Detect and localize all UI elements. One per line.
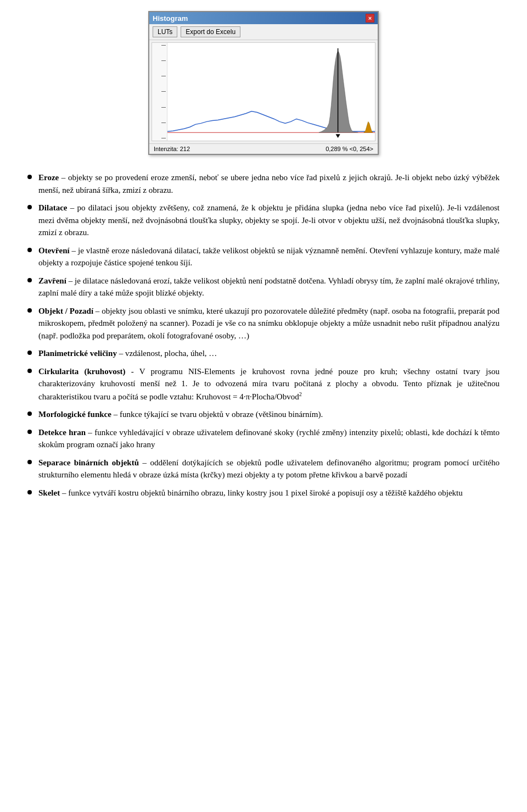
bullet-dot [27, 175, 32, 179]
list-item: Eroze – objekty se po provedení eroze zm… [27, 171, 500, 196]
export-button[interactable]: Export do Excelu [181, 26, 240, 37]
histogram-intensity: Intenzita: 212 [154, 146, 190, 152]
yaxis-tick [161, 60, 166, 61]
term-morfologicke: Morfologické funkce [38, 410, 111, 419]
term-dilatace: Dilatace [38, 203, 67, 212]
bullet-dot [27, 278, 32, 282]
yaxis-tick [161, 91, 166, 92]
bullet-text: Otevření – je vlastně eroze následovaná … [38, 244, 500, 269]
term-separace: Separace binárních objektů [38, 458, 139, 467]
list-item: Otevření – je vlastně eroze následovaná … [27, 244, 500, 269]
histogram-status: Intenzita: 212 0,289 % <0, 254> [149, 143, 378, 154]
term-zavreni: Zavření [38, 276, 66, 285]
list-item: Zavření – je dilatace následovaná erozí,… [27, 275, 500, 299]
list-item: Cirkularita (kruhovost) - V programu NIS… [27, 365, 500, 403]
bullet-dot [27, 205, 32, 209]
term-planimetrické: Planimetrické veličiny [38, 349, 117, 358]
bullet-text: Morfologické funkce – funkce týkající se… [38, 408, 500, 421]
bullet-dot [27, 351, 32, 355]
yaxis-tick [161, 76, 166, 76]
histogram-window: Histogram × LUTs Export do Excelu [148, 11, 379, 155]
histogram-yaxis [152, 43, 167, 141]
yaxis-tick [161, 45, 166, 46]
yaxis-tick [161, 123, 166, 123]
list-item: Dilatace – po dilataci jsou objekty zvět… [27, 202, 500, 239]
histogram-toolbar: LUTs Export do Excelu [149, 24, 378, 40]
bullet-text: Zavření – je dilatace následovaná erozí,… [38, 275, 500, 299]
list-item: Objekt / Pozadí – objekty jsou oblasti v… [27, 305, 500, 342]
histogram-titlebar: Histogram × [149, 12, 378, 24]
histogram-title: Histogram [153, 14, 188, 23]
bullet-dot [27, 369, 32, 373]
list-item: Detekce hran – funkce vyhledávající v ob… [27, 426, 500, 451]
list-item: Separace binárních objektů – oddělení do… [27, 457, 500, 481]
bullet-text: Eroze – objekty se po provedení eroze zm… [38, 171, 500, 196]
bullet-list: Eroze – objekty se po provedení eroze zm… [27, 171, 500, 499]
bullet-dot [27, 308, 32, 313]
term-skelet: Skelet [38, 488, 60, 497]
bullet-text: Separace binárních objektů – oddělení do… [38, 457, 500, 481]
yaxis-tick [161, 107, 166, 108]
content-area: Eroze – objekty se po provedení eroze zm… [22, 171, 505, 499]
yaxis-tick [161, 138, 166, 138]
list-item: Planimetrické veličiny – vzdálenost, plo… [27, 347, 500, 360]
histogram-chart-content [167, 43, 375, 141]
bullet-text: Cirkularita (kruhovost) - V programu NIS… [38, 365, 500, 403]
list-item: Morfologické funkce – funkce týkající se… [27, 408, 500, 421]
bullet-text: Dilatace – po dilataci jsou objekty zvět… [38, 202, 500, 239]
bullet-text: Planimetrické veličiny – vzdálenost, plo… [38, 347, 500, 360]
bullet-dot [27, 248, 32, 252]
luts-button[interactable]: LUTs [153, 26, 177, 37]
bullet-dot [27, 411, 32, 416]
term-objekt-pozadi: Objekt / Pozadí [38, 307, 93, 315]
term-eroze: Eroze [38, 173, 59, 182]
list-item: Skelet – funkce vytváří kostru objektů b… [27, 487, 500, 499]
bullet-dot [27, 430, 32, 434]
bullet-text: Skelet – funkce vytváří kostru objektů b… [38, 487, 500, 499]
close-button[interactable]: × [366, 14, 374, 23]
bullet-text: Detekce hran – funkce vyhledávající v ob… [38, 426, 500, 451]
histogram-svg [167, 43, 375, 141]
term-detekce-hran: Detekce hran [38, 428, 86, 437]
histogram-percent: 0,289 % <0, 254> [326, 146, 373, 152]
term-otevreni: Otevření [38, 246, 70, 255]
bullet-dot [27, 460, 32, 464]
bullet-text: Objekt / Pozadí – objekty jsou oblasti v… [38, 305, 500, 342]
term-cirkularita: Cirkularita (kruhovost) [38, 367, 126, 376]
histogram-chart-area [152, 42, 375, 141]
bullet-dot [27, 490, 32, 494]
